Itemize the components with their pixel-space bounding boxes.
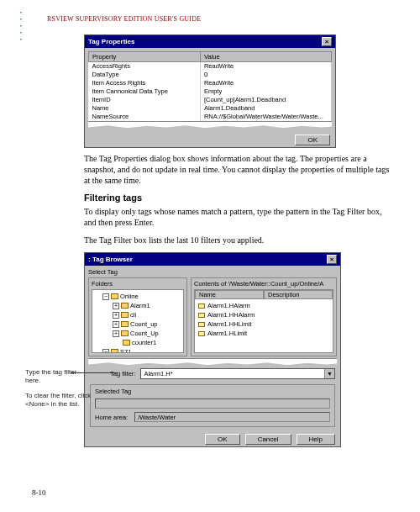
tag-filter-value: Alarm1.H* (141, 369, 324, 378)
cancel-button[interactable]: Cancel (245, 434, 291, 445)
folder-icon (123, 340, 130, 346)
minus-icon[interactable]: − (102, 349, 109, 354)
table-row: NameSourceRNA://$Global/WaterWaste/Water… (89, 113, 332, 121)
figure-tag-properties: Tag Properties × Property Value AccessRi… (84, 34, 336, 148)
select-tag-label: Select Tag (85, 266, 340, 276)
chevron-down-icon[interactable]: ▼ (324, 369, 334, 378)
tag-icon (198, 313, 205, 318)
plus-icon[interactable]: + (113, 303, 119, 309)
table-row: AccessRightsReadWrite (89, 62, 332, 71)
folder-icon (121, 312, 129, 318)
table-row: Item Cannonical Data TypeEmpty (89, 87, 332, 96)
folder-icon (121, 330, 129, 336)
folder-icon (121, 303, 129, 309)
folders-tree[interactable]: −Online +Alarm1 +cli +Count_up +Count_Up… (92, 289, 184, 353)
plus-icon[interactable]: + (113, 312, 119, 319)
folder-icon (111, 349, 118, 353)
page-header: RSVIEW SUPERVISORY EDITION USER'S GUIDE (47, 15, 395, 23)
titlebar-tag-properties: Tag Properties × (85, 35, 335, 48)
table-row: ItemID[Count_up]Alarm1.Deadband (89, 96, 332, 104)
minus-icon[interactable]: − (102, 293, 109, 300)
contents-label: Contents of '/Waste/Water::Count_up/Onli… (194, 280, 333, 288)
title-text: Tag Properties (88, 38, 134, 45)
col-property: Property (89, 52, 201, 62)
paragraph: The Tag Properties dialog box shows info… (84, 153, 395, 186)
folders-label: Folders (92, 280, 184, 288)
table-row: Item Access RightsReadWrite (89, 79, 332, 87)
tag-icon (198, 331, 205, 336)
side-note-clear: To clear the filter, click <None> in the… (25, 392, 92, 409)
torn-edge (88, 121, 332, 128)
tag-icon (198, 322, 205, 327)
tag-filter-label: Tag filter: (110, 370, 135, 377)
list-item: Alarm1.HHLimit (197, 319, 331, 329)
plus-icon[interactable]: + (113, 330, 119, 337)
figure-tag-browser: : Tag Browser × Select Tag Folders −Onli… (84, 252, 341, 447)
tag-list[interactable]: Name Description Alarm1.HAlarm Alarm1.HH… (194, 289, 333, 353)
callout-line (71, 372, 118, 373)
help-button[interactable]: Help (297, 434, 335, 445)
tag-icon (198, 304, 205, 309)
col-name: Name (195, 290, 264, 299)
col-description: Description (264, 290, 333, 299)
torn-edge (88, 358, 337, 365)
side-note-filter: Type the tag filter here. (25, 368, 92, 385)
folder-icon (121, 321, 129, 327)
margin-bullets: ••••• (20, 10, 22, 44)
properties-table: Property Value AccessRightsReadWrite Dat… (88, 51, 332, 121)
list-item: Alarm1.HAlarm (197, 301, 331, 310)
paragraph: The Tag Filter box lists the last 10 fil… (84, 235, 395, 245)
heading-filtering-tags: Filtering tags (84, 193, 395, 203)
list-item: Alarm1.HHAlarm (197, 310, 331, 319)
list-item: Alarm1.HLimit (197, 329, 331, 338)
home-area-label: Home area: (95, 414, 128, 421)
ok-button[interactable]: OK (205, 434, 240, 445)
page-number: 8-10 (32, 488, 46, 497)
paragraph: To display only tags whose names match a… (84, 206, 395, 228)
ok-button[interactable]: OK (295, 135, 330, 145)
folder-icon (111, 293, 118, 299)
col-value: Value (200, 52, 331, 62)
table-row: DataType0 (89, 71, 332, 79)
selected-tag-group: Selected Tag Home area: /Waste/Water (90, 384, 335, 427)
plus-icon[interactable]: + (113, 321, 119, 328)
selected-tag-label: Selected Tag (95, 388, 330, 395)
tag-filter-combo[interactable]: Alarm1.H* ▼ (140, 368, 335, 379)
selected-tag-field (95, 399, 330, 409)
table-row: NameAlarm1.Deadband (89, 104, 332, 113)
titlebar-tag-browser: : Tag Browser × (85, 253, 340, 266)
close-icon[interactable]: × (327, 255, 337, 264)
title-text: : Tag Browser (88, 256, 133, 263)
close-icon[interactable]: × (322, 37, 332, 46)
home-area-value: /Waste/Water (134, 412, 330, 422)
